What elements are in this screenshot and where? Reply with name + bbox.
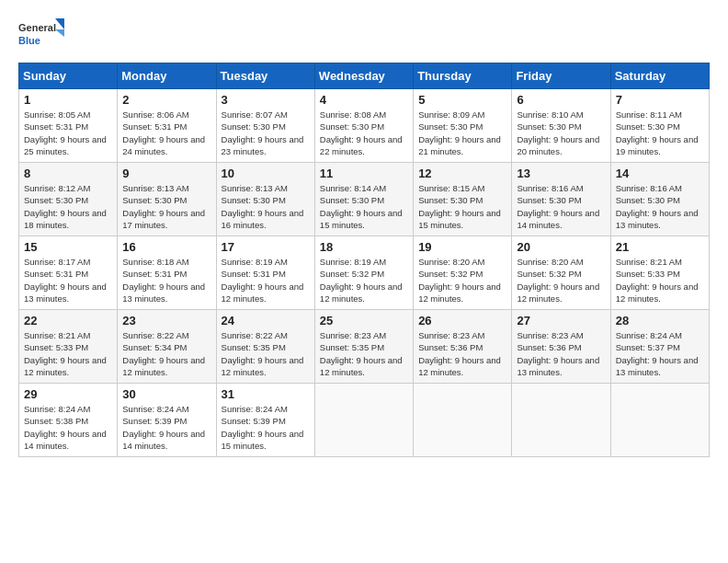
calendar-cell: 1 Sunrise: 8:05 AMSunset: 5:31 PMDayligh… — [19, 89, 118, 163]
calendar-week-row: 22 Sunrise: 8:21 AMSunset: 5:33 PMDaylig… — [19, 310, 710, 384]
day-number: 19 — [418, 240, 506, 254]
calendar-cell: 3 Sunrise: 8:07 AMSunset: 5:30 PMDayligh… — [216, 89, 314, 163]
calendar-cell — [610, 384, 709, 457]
svg-marker-2 — [55, 18, 64, 29]
weekday-header: Monday — [118, 63, 216, 89]
day-number: 7 — [616, 93, 704, 107]
calendar-cell: 24 Sunrise: 8:22 AMSunset: 5:35 PMDaylig… — [216, 310, 314, 384]
day-number: 10 — [222, 167, 310, 180]
calendar-week-row: 8 Sunrise: 8:12 AMSunset: 5:30 PMDayligh… — [19, 163, 710, 236]
day-number: 11 — [320, 167, 408, 180]
calendar-cell: 31 Sunrise: 8:24 AMSunset: 5:39 PMDaylig… — [216, 384, 314, 457]
day-info: Sunrise: 8:22 AMSunset: 5:35 PMDaylight:… — [222, 330, 304, 377]
day-number: 26 — [418, 314, 506, 327]
calendar-cell: 23 Sunrise: 8:22 AMSunset: 5:34 PMDaylig… — [118, 310, 216, 384]
page-container: General Blue SundayMondayTuesdayWednesda… — [0, 0, 728, 466]
day-info: Sunrise: 8:07 AMSunset: 5:30 PMDaylight:… — [222, 109, 304, 156]
calendar-cell: 16 Sunrise: 8:18 AMSunset: 5:31 PMDaylig… — [118, 236, 216, 310]
day-number: 1 — [24, 93, 112, 107]
day-number: 9 — [122, 167, 210, 180]
day-number: 8 — [24, 167, 112, 180]
day-info: Sunrise: 8:11 AMSunset: 5:30 PMDaylight:… — [616, 109, 699, 156]
day-info: Sunrise: 8:06 AMSunset: 5:31 PMDaylight:… — [122, 109, 205, 156]
calendar-cell: 14 Sunrise: 8:16 AMSunset: 5:30 PMDaylig… — [610, 163, 709, 236]
calendar-cell: 15 Sunrise: 8:17 AMSunset: 5:31 PMDaylig… — [19, 236, 118, 310]
calendar-cell: 18 Sunrise: 8:19 AMSunset: 5:32 PMDaylig… — [314, 236, 413, 310]
day-number: 5 — [418, 93, 506, 107]
day-number: 22 — [24, 314, 112, 327]
calendar-cell: 13 Sunrise: 8:16 AMSunset: 5:30 PMDaylig… — [512, 163, 610, 236]
day-info: Sunrise: 8:23 AMSunset: 5:36 PMDaylight:… — [418, 330, 501, 377]
day-info: Sunrise: 8:23 AMSunset: 5:36 PMDaylight:… — [517, 330, 599, 377]
calendar-cell: 10 Sunrise: 8:13 AMSunset: 5:30 PMDaylig… — [216, 163, 314, 236]
calendar-cell: 4 Sunrise: 8:08 AMSunset: 5:30 PMDayligh… — [314, 89, 413, 163]
day-number: 24 — [222, 314, 310, 327]
day-number: 6 — [517, 93, 605, 107]
calendar-week-row: 29 Sunrise: 8:24 AMSunset: 5:38 PMDaylig… — [19, 384, 710, 457]
day-number: 29 — [24, 387, 112, 401]
calendar-cell: 25 Sunrise: 8:23 AMSunset: 5:35 PMDaylig… — [314, 310, 413, 384]
calendar-header-row: SundayMondayTuesdayWednesdayThursdayFrid… — [19, 63, 710, 89]
day-info: Sunrise: 8:05 AMSunset: 5:31 PMDaylight:… — [24, 109, 107, 156]
day-number: 16 — [122, 240, 210, 254]
day-number: 15 — [24, 240, 112, 254]
day-info: Sunrise: 8:10 AMSunset: 5:30 PMDaylight:… — [517, 109, 599, 156]
day-number: 25 — [320, 314, 408, 327]
calendar-cell: 7 Sunrise: 8:11 AMSunset: 5:30 PMDayligh… — [610, 89, 709, 163]
weekday-header: Wednesday — [314, 63, 413, 89]
day-number: 3 — [222, 93, 310, 107]
weekday-header: Friday — [512, 63, 610, 89]
calendar-cell: 21 Sunrise: 8:21 AMSunset: 5:33 PMDaylig… — [610, 236, 709, 310]
day-info: Sunrise: 8:16 AMSunset: 5:30 PMDaylight:… — [517, 183, 599, 230]
calendar-cell: 26 Sunrise: 8:23 AMSunset: 5:36 PMDaylig… — [414, 310, 512, 384]
calendar-cell: 30 Sunrise: 8:24 AMSunset: 5:39 PMDaylig… — [118, 384, 216, 457]
calendar-cell: 19 Sunrise: 8:20 AMSunset: 5:32 PMDaylig… — [414, 236, 512, 310]
day-number: 2 — [122, 93, 210, 107]
calendar-cell — [512, 384, 610, 457]
day-info: Sunrise: 8:24 AMSunset: 5:37 PMDaylight:… — [616, 330, 699, 377]
calendar-cell: 11 Sunrise: 8:14 AMSunset: 5:30 PMDaylig… — [314, 163, 413, 236]
day-info: Sunrise: 8:15 AMSunset: 5:30 PMDaylight:… — [418, 183, 501, 230]
day-number: 27 — [517, 314, 605, 327]
day-info: Sunrise: 8:21 AMSunset: 5:33 PMDaylight:… — [24, 330, 107, 377]
day-info: Sunrise: 8:13 AMSunset: 5:30 PMDaylight:… — [222, 183, 304, 230]
day-info: Sunrise: 8:18 AMSunset: 5:31 PMDaylight:… — [122, 257, 205, 304]
calendar-cell: 12 Sunrise: 8:15 AMSunset: 5:30 PMDaylig… — [414, 163, 512, 236]
day-info: Sunrise: 8:21 AMSunset: 5:33 PMDaylight:… — [616, 257, 699, 304]
day-number: 23 — [122, 314, 210, 327]
calendar-cell: 27 Sunrise: 8:23 AMSunset: 5:36 PMDaylig… — [512, 310, 610, 384]
calendar-cell: 22 Sunrise: 8:21 AMSunset: 5:33 PMDaylig… — [19, 310, 118, 384]
day-number: 28 — [616, 314, 704, 327]
calendar-cell: 8 Sunrise: 8:12 AMSunset: 5:30 PMDayligh… — [19, 163, 118, 236]
calendar-cell: 6 Sunrise: 8:10 AMSunset: 5:30 PMDayligh… — [512, 89, 610, 163]
day-info: Sunrise: 8:22 AMSunset: 5:34 PMDaylight:… — [122, 330, 205, 377]
day-info: Sunrise: 8:16 AMSunset: 5:30 PMDaylight:… — [616, 183, 699, 230]
day-number: 4 — [320, 93, 408, 107]
svg-text:Blue: Blue — [18, 35, 40, 46]
day-info: Sunrise: 8:17 AMSunset: 5:31 PMDaylight:… — [24, 257, 107, 304]
day-info: Sunrise: 8:24 AMSunset: 5:38 PMDaylight:… — [24, 404, 107, 451]
calendar-cell — [414, 384, 512, 457]
day-info: Sunrise: 8:08 AMSunset: 5:30 PMDaylight:… — [320, 109, 403, 156]
day-number: 14 — [616, 167, 704, 180]
day-info: Sunrise: 8:19 AMSunset: 5:32 PMDaylight:… — [320, 257, 403, 304]
day-info: Sunrise: 8:12 AMSunset: 5:30 PMDaylight:… — [24, 183, 107, 230]
day-number: 12 — [418, 167, 506, 180]
day-number: 18 — [320, 240, 408, 254]
logo-svg: General Blue — [18, 17, 64, 53]
day-info: Sunrise: 8:24 AMSunset: 5:39 PMDaylight:… — [122, 404, 205, 451]
day-number: 21 — [616, 240, 704, 254]
calendar-cell: 17 Sunrise: 8:19 AMSunset: 5:31 PMDaylig… — [216, 236, 314, 310]
calendar-cell: 5 Sunrise: 8:09 AMSunset: 5:30 PMDayligh… — [414, 89, 512, 163]
calendar-cell: 20 Sunrise: 8:20 AMSunset: 5:32 PMDaylig… — [512, 236, 610, 310]
calendar-table: SundayMondayTuesdayWednesdayThursdayFrid… — [18, 63, 710, 457]
day-info: Sunrise: 8:24 AMSunset: 5:39 PMDaylight:… — [222, 404, 304, 451]
day-number: 30 — [122, 387, 210, 401]
day-info: Sunrise: 8:20 AMSunset: 5:32 PMDaylight:… — [517, 257, 599, 304]
weekday-header: Saturday — [610, 63, 709, 89]
day-number: 31 — [222, 387, 310, 401]
day-info: Sunrise: 8:13 AMSunset: 5:30 PMDaylight:… — [122, 183, 205, 230]
day-number: 17 — [222, 240, 310, 254]
calendar-cell: 2 Sunrise: 8:06 AMSunset: 5:31 PMDayligh… — [118, 89, 216, 163]
calendar-cell: 9 Sunrise: 8:13 AMSunset: 5:30 PMDayligh… — [118, 163, 216, 236]
